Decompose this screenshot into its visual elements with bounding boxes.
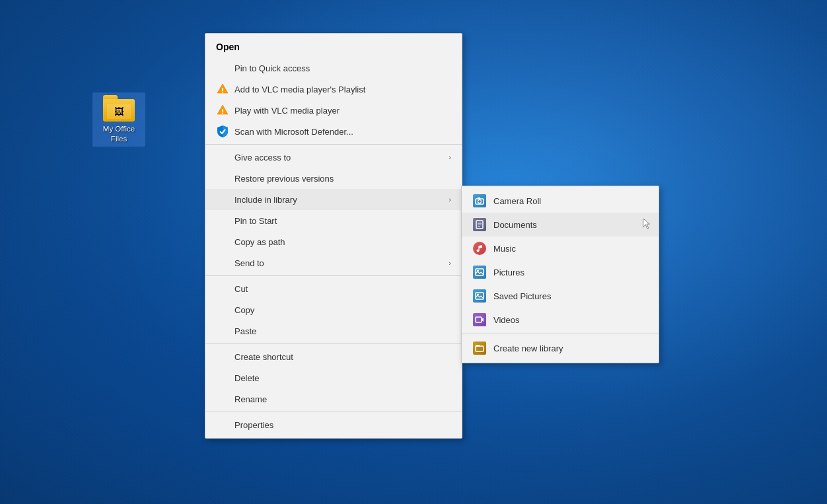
include-library-arrow: ›: [449, 196, 451, 203]
separator-2: [205, 275, 462, 276]
send-to-arrow: ›: [449, 259, 451, 267]
videos-icon: [472, 312, 487, 327]
menu-item-send-to-label: Send to: [234, 258, 264, 268]
camera-roll-icon-img: [473, 194, 486, 207]
music-icon-img: [473, 242, 486, 255]
menu-item-pin-start[interactable]: Pin to Start: [205, 210, 462, 231]
pin-start-icon: [216, 214, 229, 227]
copy-path-icon: [216, 235, 229, 248]
pictures-icon: [472, 265, 487, 279]
menu-item-copy-path-label: Copy as path: [234, 237, 285, 247]
menu-item-properties[interactable]: Properties: [205, 414, 462, 435]
menu-item-pin-quick-label: Pin to Quick access: [234, 63, 310, 73]
copy-icon: [216, 303, 229, 316]
videos-icon-img: [473, 313, 486, 326]
separator-4: [205, 412, 462, 412]
svg-rect-22: [476, 345, 480, 347]
submenu-item-create-new-library-label: Create new library: [493, 343, 563, 353]
submenu-item-create-new-library[interactable]: Create new library: [462, 336, 659, 360]
menu-item-rename[interactable]: Rename: [205, 388, 462, 410]
restore-icon: [216, 172, 229, 185]
defender-icon: [216, 125, 229, 138]
menu-item-give-access-label: Give access to: [234, 153, 291, 162]
menu-item-copy-path[interactable]: Copy as path: [205, 231, 462, 252]
context-menu: Open Pin to Quick access Add to VLC medi…: [205, 33, 462, 439]
submenu-item-saved-pictures-label: Saved Pictures: [493, 291, 551, 301]
rename-icon: [216, 392, 229, 406]
menu-item-delete-label: Delete: [234, 373, 260, 383]
folder-body: [103, 99, 135, 122]
menu-item-defender-label: Scan with Microsoft Defender...: [234, 127, 353, 137]
menu-item-open-label: Open: [216, 42, 240, 52]
vlc-play-icon: [216, 104, 229, 117]
give-access-arrow: ›: [449, 153, 451, 161]
menu-item-copy[interactable]: Copy: [205, 299, 462, 320]
properties-icon: [216, 418, 229, 431]
desktop-icon-my-office-files[interactable]: My Office Files: [92, 92, 145, 147]
menu-item-create-shortcut[interactable]: Create shortcut: [205, 346, 462, 367]
menu-item-open[interactable]: Open: [205, 36, 462, 57]
submenu-item-documents-label: Documents: [493, 220, 537, 230]
submenu-item-documents[interactable]: Documents: [462, 213, 659, 236]
vlc-playlist-icon: [216, 83, 229, 96]
menu-item-cut[interactable]: Cut: [205, 278, 462, 299]
submenu-item-saved-pictures[interactable]: Saved Pictures: [462, 284, 659, 308]
menu-item-give-access[interactable]: Give access to ›: [205, 147, 462, 168]
menu-item-paste[interactable]: Paste: [205, 320, 462, 342]
menu-item-pin-quick[interactable]: Pin to Quick access: [205, 57, 462, 79]
new-library-icon-img: [473, 342, 486, 355]
pictures-icon-img: [473, 266, 486, 279]
mouse-cursor: [643, 219, 652, 231]
cut-icon: [216, 282, 229, 295]
saved-pictures-icon: [472, 289, 487, 303]
submenu-item-videos[interactable]: Videos: [462, 308, 659, 332]
menu-item-include-library-label: Include in library: [234, 195, 297, 205]
submenu-item-camera-roll-label: Camera Roll: [493, 196, 541, 206]
menu-item-pin-start-label: Pin to Start: [234, 216, 277, 226]
svg-point-5: [222, 113, 223, 114]
submenu-item-videos-label: Videos: [493, 315, 520, 325]
music-icon: [472, 241, 487, 256]
camera-roll-icon: [472, 194, 487, 208]
desktop-icon-label: My Office Files: [95, 124, 143, 144]
menu-item-cut-label: Cut: [234, 284, 248, 294]
menu-item-defender[interactable]: Scan with Microsoft Defender...: [205, 121, 462, 142]
create-shortcut-icon: [216, 350, 229, 363]
menu-item-rename-label: Rename: [234, 394, 267, 404]
saved-pictures-icon-img: [473, 289, 486, 303]
documents-icon-img: [473, 218, 486, 231]
menu-item-copy-label: Copy: [234, 305, 254, 315]
submenu-item-pictures-label: Pictures: [493, 268, 524, 277]
menu-item-paste-label: Paste: [234, 326, 256, 336]
paste-icon: [216, 324, 229, 338]
submenu-item-pictures[interactable]: Pictures: [462, 260, 659, 284]
send-to-icon: [216, 256, 229, 270]
submenu-item-camera-roll[interactable]: Camera Roll: [462, 189, 659, 213]
menu-item-vlc-play[interactable]: Play with VLC media player: [205, 100, 462, 121]
menu-item-send-to[interactable]: Send to ›: [205, 252, 462, 273]
pin-quick-icon: [216, 61, 229, 75]
menu-item-include-library[interactable]: Include in library › Camera Roll: [205, 189, 462, 210]
menu-item-vlc-playlist[interactable]: Add to VLC media player's Playlist: [205, 79, 462, 100]
svg-point-7: [478, 200, 482, 203]
include-library-icon: [216, 193, 229, 206]
separator-3: [205, 343, 462, 344]
new-library-icon: [472, 341, 487, 355]
menu-item-restore-label: Restore previous versions: [234, 174, 334, 184]
svg-rect-19: [476, 317, 482, 322]
menu-item-delete[interactable]: Delete: [205, 367, 462, 388]
menu-item-restore[interactable]: Restore previous versions: [205, 168, 462, 189]
documents-icon: [472, 217, 487, 232]
separator-1: [205, 144, 462, 145]
give-access-icon: [216, 151, 229, 164]
library-submenu: Camera Roll Documents: [461, 186, 659, 363]
submenu-item-music[interactable]: Music: [462, 236, 659, 260]
delete-icon: [216, 371, 229, 384]
submenu-item-music-label: Music: [493, 244, 516, 254]
folder-icon: [103, 95, 135, 122]
menu-item-vlc-playlist-label: Add to VLC media player's Playlist: [234, 85, 365, 94]
menu-item-properties-label: Properties: [234, 420, 273, 430]
menu-item-vlc-play-label: Play with VLC media player: [234, 106, 340, 116]
svg-point-2: [222, 92, 223, 93]
svg-rect-8: [478, 198, 480, 199]
